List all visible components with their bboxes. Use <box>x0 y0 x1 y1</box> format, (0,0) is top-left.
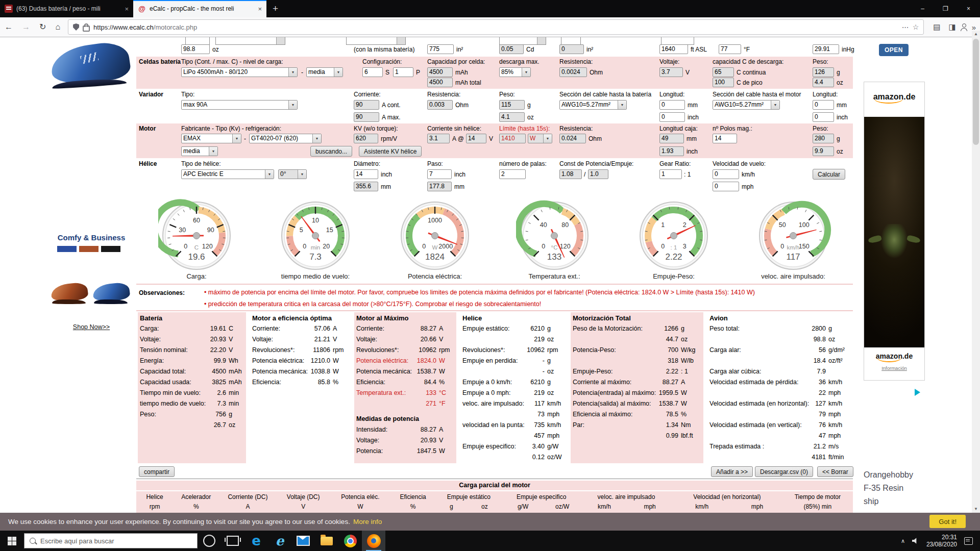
battery-series-input[interactable]: 6 <box>362 67 383 77</box>
open-ad-button[interactable]: OPEN <box>879 44 909 56</box>
scroll-up-arrow[interactable]: ▲ <box>972 31 980 38</box>
close-button[interactable]: × <box>957 0 980 17</box>
air-temperature-input[interactable]: 77 <box>719 44 741 54</box>
tab-forum[interactable]: (63) Dudas batería / peso - mili × <box>0 0 133 17</box>
esc-current-max[interactable]: 90A max. <box>354 112 401 122</box>
battery-resistance[interactable]: 0.0024Ohm <box>559 67 603 77</box>
prop-thrust-const[interactable]: 1.0 <box>588 169 608 179</box>
tab-ecalc[interactable]: @ eCalc - propCalc - the most reli × <box>133 0 266 17</box>
flight-speed-mph[interactable]: 0mph <box>713 182 753 191</box>
battery-type-select-box[interactable]: LiPo 4500mAh - 80/120▼ <box>181 67 298 77</box>
battery-c-cont[interactable]: 65C continua <box>713 67 766 77</box>
esc-length-battery-inch[interactable]: 0inch <box>659 112 699 122</box>
battery-parallel-input[interactable]: 1 <box>393 67 413 77</box>
scroll-down-arrow[interactable]: ▼ <box>972 506 980 513</box>
drag-coefficient[interactable]: 0.05Cd <box>499 44 534 54</box>
amazon-ad-banner[interactable]: amazon.de amazon.de Información <box>864 82 925 381</box>
battery-weight-g-input[interactable]: 126 <box>813 67 834 77</box>
battery-c-peak-input[interactable]: 100 <box>713 78 734 87</box>
air-pressure[interactable]: 29.91inHg <box>813 44 854 54</box>
esc-weight-oz-input[interactable]: 4.1 <box>499 112 525 122</box>
scrollbar-thumb[interactable] <box>973 39 979 145</box>
battery-discharge-select-box[interactable]: 85%▼ <box>499 67 531 77</box>
esc-length-battery-mm[interactable]: 0mm <box>659 100 698 110</box>
battery-voltage-input[interactable]: 3.7 <box>659 67 683 77</box>
wing-area[interactable]: 775in² <box>427 44 463 54</box>
motor-kv-input[interactable]: 620 <box>354 134 378 143</box>
cut-input[interactable] <box>561 37 581 45</box>
motor-mfg-select[interactable]: EMAX▼ <box>181 134 241 143</box>
battery-series[interactable]: 6S <box>362 67 389 77</box>
extra-area[interactable]: 0in² <box>559 44 593 54</box>
shoe-thumb-brown[interactable] <box>51 282 89 305</box>
tab-close-icon[interactable]: × <box>258 5 262 13</box>
esc-length-motor-mm-input[interactable]: 0 <box>813 100 834 110</box>
model-weight[interactable]: 98.8oz <box>181 44 219 54</box>
motor-weight-g-input[interactable]: 280 <box>813 134 834 143</box>
battery-capacity-total-input[interactable]: 4500 <box>427 78 453 87</box>
maximize-button[interactable]: ❐ <box>934 0 957 17</box>
esc-resistance[interactable]: 0.003Ohm <box>427 100 469 110</box>
air-temperature[interactable]: 77°F <box>719 44 750 54</box>
shoe-thumb-blue[interactable] <box>93 282 131 305</box>
esc-wire-motor-select-box[interactable]: AWG10=5.27mm²▼ <box>713 100 780 110</box>
cut-select[interactable] <box>346 37 406 45</box>
orangehobby-ad[interactable]: Orangehobby F-35 Resin ship <box>864 468 940 508</box>
minimize-button[interactable]: – <box>911 0 934 17</box>
overflow-menu-icon[interactable]: » <box>972 23 976 32</box>
ad-choices-icon[interactable] <box>915 389 924 396</box>
motor-idle-current[interactable]: 3.1 <box>427 134 450 143</box>
flight-speed-kmh[interactable]: 0km/h <box>713 169 755 179</box>
prop-blades-input[interactable]: 2 <box>499 169 526 179</box>
esc-current-cont-input[interactable]: 90 <box>354 100 379 110</box>
shop-now-link[interactable]: Shop Now>> <box>48 323 134 331</box>
esc-type-select-box[interactable]: max 90A▼ <box>181 100 298 110</box>
motor-resistance[interactable]: 0.024Ohm <box>559 134 602 143</box>
motor-model-select[interactable]: GT4020-07 (620)▼ <box>249 134 322 143</box>
download-csv-button[interactable]: Descargar.csv (0) <box>755 466 813 477</box>
chrome-icon[interactable] <box>338 531 362 551</box>
clear-button[interactable]: << Borrar <box>817 466 853 477</box>
internet-explorer-icon[interactable]: e <box>268 531 291 551</box>
flight-speed-mph-input[interactable]: 0 <box>713 182 739 191</box>
battery-weight-g[interactable]: 126g <box>813 67 840 77</box>
motor-case-inch-input[interactable]: 1.93 <box>659 146 684 156</box>
sidebar-toggle-icon[interactable]: ◨ <box>948 22 955 32</box>
prop-pitch-inch[interactable]: 7inch <box>427 169 465 179</box>
prop-pitch-mm-input[interactable]: 177.8 <box>427 182 452 191</box>
field-elevation[interactable]: 1640ft ASL <box>659 44 707 54</box>
calculate-button[interactable]: Calcular <box>813 169 845 180</box>
motor-cooling-select[interactable]: media▼ <box>181 146 218 156</box>
esc-type-select[interactable]: max 90A▼ <box>181 100 298 110</box>
reload-icon[interactable]: ↻ <box>39 23 46 31</box>
flight-speed-kmh-input[interactable]: 0 <box>713 169 739 179</box>
prop-diameter-inch-input[interactable]: 14 <box>354 169 378 179</box>
esc-wire-motor-select[interactable]: AWG10=5.27mm²▼ <box>713 100 780 110</box>
url-bar[interactable]: https://www.ecalc.ch/motorcalc.php ⋯ ☆ <box>68 19 924 35</box>
account-icon[interactable] <box>960 23 968 31</box>
motor-case-inch[interactable]: 1.93inch <box>659 146 698 156</box>
motor-idle-voltage-input[interactable]: 14 <box>466 134 486 143</box>
battery-level-select-box[interactable]: media▼ <box>306 67 343 77</box>
motor-poles[interactable]: 14 <box>713 134 737 143</box>
motor-case-mm-input[interactable]: 49 <box>659 134 684 143</box>
taskbar-clock[interactable]: 20:31 23/08/2020 <box>926 534 957 548</box>
prop-pitch-inch-input[interactable]: 7 <box>427 169 452 179</box>
wing-area-input[interactable]: 775 <box>427 44 454 54</box>
prop-angle-select[interactable]: 0°▼ <box>278 169 307 179</box>
esc-wire-battery-select[interactable]: AWG10=5.27mm²▼ <box>559 100 627 110</box>
prop-type-select-box[interactable]: APC Electric E▼ <box>181 169 274 179</box>
prop-angle-select-box[interactable]: 0°▼ <box>278 169 307 179</box>
cookie-more-info-link[interactable]: More info <box>353 518 382 525</box>
volume-icon[interactable] <box>912 538 919 544</box>
taskbar-search[interactable]: Escribe aquí para buscar <box>24 533 198 548</box>
back-icon[interactable]: ← <box>5 23 13 31</box>
library-icon[interactable]: ▤ <box>933 22 940 32</box>
add-to-button[interactable]: Añadir a >> <box>711 466 753 477</box>
extra-area-input[interactable]: 0 <box>559 44 584 54</box>
kv-assistant-button[interactable]: Asistente KV hélice <box>359 146 422 157</box>
motor-weight-oz-input[interactable]: 9.9 <box>813 146 834 156</box>
motor-cooling-select-box[interactable]: media▼ <box>181 146 218 156</box>
page-actions-icon[interactable]: ⋯ <box>902 23 909 31</box>
prop-gear-ratio-input[interactable]: 1 <box>659 169 682 179</box>
